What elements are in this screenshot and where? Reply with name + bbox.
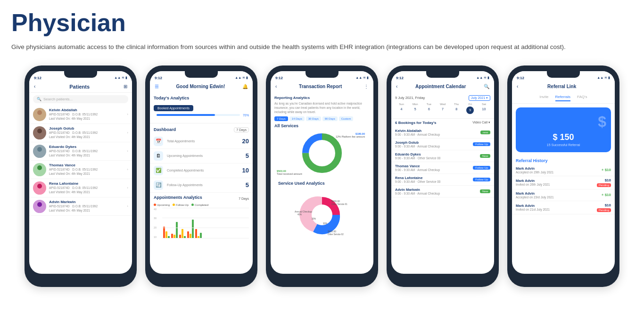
chart-legend: Upcoming Follow-Up Completed bbox=[154, 204, 249, 206]
cal-day-8[interactable]: 8 bbox=[450, 106, 463, 114]
status-time-2: 9:12 bbox=[155, 76, 162, 80]
patient-item-6[interactable]: Advin Markwin APID-521874D D.O.B: 05/11/… bbox=[29, 197, 132, 216]
menu-icon[interactable]: ☰ bbox=[155, 84, 159, 89]
stat-value-4: 5 bbox=[246, 181, 249, 188]
chevron-icon-6: › bbox=[127, 204, 128, 208]
cal-day-10[interactable]: 10 bbox=[478, 106, 490, 114]
filter-30days[interactable]: 30 Days bbox=[306, 116, 321, 121]
appt-days: 7 Days bbox=[239, 197, 249, 200]
svg-point-4 bbox=[37, 147, 42, 152]
history-date-1: Accepted on 29th July 2021 bbox=[516, 171, 553, 174]
search-box[interactable]: 🔍 Search patients... bbox=[33, 95, 128, 103]
video-call-select[interactable]: Video Call ▾ bbox=[472, 121, 490, 124]
patient-item-2[interactable]: Joseph Golub APID-521874D D.O.B: 05/11/1… bbox=[29, 124, 132, 142]
patient-name-5: Rena Lafontaine bbox=[49, 181, 124, 186]
back-button-5[interactable]: ‹ bbox=[517, 84, 518, 89]
chevron-icon-2: › bbox=[127, 131, 128, 135]
dollar-icon: $ bbox=[598, 113, 606, 131]
back-button-4[interactable]: ‹ bbox=[396, 84, 397, 89]
cal-day-9[interactable]: 9 bbox=[466, 106, 474, 114]
patient-info-6: Advin Markwin APID-521874D D.O.B: 05/11/… bbox=[49, 200, 124, 213]
booking-name-4: Thomas Vance bbox=[395, 164, 440, 168]
booking-name-2: Joseph Golub bbox=[395, 140, 440, 145]
svg-point-8 bbox=[37, 184, 42, 188]
cal-day-4[interactable]: 4 bbox=[395, 106, 408, 114]
appt-analytics: Appointments Analytics 7 Days Upcoming F… bbox=[150, 193, 253, 241]
patient-info-2: Joseph Golub APID-521874D D.O.B: 05/11/1… bbox=[49, 126, 124, 139]
followup-icon: 🔄 bbox=[154, 180, 163, 190]
stat-label-4: Follow-Up Appointments bbox=[167, 183, 242, 187]
booked-tab[interactable]: Booked Appointments bbox=[154, 105, 193, 111]
phone-transaction: 9:12 ▲▲ ≋ ▮ ‹ Transaction Report ⋮ Repor… bbox=[266, 65, 378, 287]
calendar-grid: Sun Mon Tue Wed Thu Fri Sat 4 5 6 7 8 9 … bbox=[395, 103, 490, 114]
cal-day-5[interactable]: 5 bbox=[409, 106, 421, 114]
patient-item-3[interactable]: Eduardo Dykes APID-521874D D.O.B: 05/11/… bbox=[29, 142, 132, 161]
status-time-5: 9:12 bbox=[517, 76, 524, 80]
legend-dot-completed bbox=[191, 204, 194, 206]
filter-row: 7 Days 14 Days 30 Days 90 Days Custom bbox=[274, 116, 370, 121]
greeting-text: Good Morning Edwin! bbox=[176, 84, 225, 89]
phone-dashboard: 9:12 ▲▲ ≋ ▮ ☰ Good Morning Edwin! 🔔 Toda… bbox=[145, 65, 257, 287]
booking-5[interactable]: Rena Lafontaine 9:00 - 9:30 AM · Other S… bbox=[391, 174, 494, 186]
svg-point-7 bbox=[35, 172, 44, 176]
booking-3[interactable]: Eduardo Dykes 9:00 - 9:30 AM · Other Ser… bbox=[391, 150, 494, 162]
service-analytics-title: Service Used Analytics bbox=[278, 181, 366, 186]
legend-completed: Completed bbox=[191, 204, 208, 206]
tab-invite[interactable]: Invite bbox=[539, 95, 548, 101]
phone-referral: 9:12 ▲▲ ≋ ▮ ‹ Referral Link Invite Refer… bbox=[507, 65, 619, 287]
booking-2[interactable]: Joseph Golub 9:00 - 9:30 AM · Annual Che… bbox=[391, 139, 494, 150]
phone-patients: 9:12 ▲▲ ≋ ▮ ‹ Patients ⊞ 🔍 Search patien… bbox=[25, 65, 137, 287]
cal-day-6[interactable]: 6 bbox=[422, 106, 435, 114]
avatar-1 bbox=[33, 108, 46, 121]
status-icons-4: ▲▲ ≋ ▮ bbox=[476, 76, 489, 80]
screen-referral: 9:12 ▲▲ ≋ ▮ ‹ Referral Link Invite Refer… bbox=[512, 71, 615, 274]
history-name-3: Mark Advin bbox=[516, 191, 554, 196]
filter-custom[interactable]: Custom bbox=[339, 116, 354, 121]
svg-text:Annual Checkup: Annual Checkup bbox=[295, 210, 312, 213]
booking-badge-4: Follow Up bbox=[473, 166, 490, 170]
patient-item-1[interactable]: Kelvin Abdallah APID-521874D D.O.B: 05/1… bbox=[29, 106, 132, 124]
page-description: Give physicians automatic access to the … bbox=[11, 42, 633, 52]
patient-name-1: Kelvin Abdallah bbox=[49, 108, 124, 112]
options-icon-3[interactable]: ⋮ bbox=[364, 84, 369, 89]
back-button-1[interactable]: ‹ bbox=[34, 84, 35, 89]
transaction-header: ‹ Transaction Report ⋮ bbox=[271, 80, 373, 93]
legend-upcoming: Upcoming bbox=[154, 204, 170, 206]
search-placeholder: Search patients... bbox=[43, 97, 73, 101]
svg-point-11 bbox=[35, 208, 44, 213]
history-name-1: Mark Advin bbox=[516, 166, 553, 171]
status-time-1: 9:12 bbox=[34, 76, 41, 80]
patient-info-3: Eduardo Dykes APID-521874D D.O.B: 05/11/… bbox=[49, 145, 124, 157]
patient-item-4[interactable]: Thomas Vance APID-521874D D.O.B: 05/11/1… bbox=[29, 161, 132, 179]
back-button-3[interactable]: ‹ bbox=[275, 84, 277, 89]
search-icon-cal[interactable]: 🔍 bbox=[484, 84, 489, 89]
screen-calendar: 9:12 ▲▲ ≋ ▮ ‹ Appointment Calendar 🔍 9 J… bbox=[391, 71, 494, 274]
patient-item-5[interactable]: Rena Lafontaine APID-521874D D.O.B: 05/1… bbox=[29, 179, 132, 197]
legend-dot-followup bbox=[173, 204, 175, 206]
tab-referrals[interactable]: Referrals bbox=[555, 95, 570, 101]
booking-time-4: 9:00 - 9:30 AM · Annual Checkup bbox=[395, 168, 440, 172]
bell-icon[interactable]: 🔔 bbox=[242, 84, 248, 89]
svg-point-6 bbox=[37, 165, 42, 170]
month-badge[interactable]: July 2021 ▾ bbox=[469, 95, 490, 101]
days-select[interactable]: 7 Days bbox=[234, 127, 249, 132]
history-badge-2: Pending bbox=[597, 183, 611, 187]
booking-1[interactable]: Kelvin Abdallah 9:00 - 9:30 AM · Annual … bbox=[391, 127, 494, 139]
filter-7days[interactable]: 7 Days bbox=[274, 116, 288, 121]
booking-4[interactable]: Thomas Vance 9:00 - 9:30 AM · Annual Che… bbox=[391, 162, 494, 174]
donut-chart bbox=[291, 132, 353, 174]
patient-details-1: APID-521874D D.O.B: 05/11/1992 Last Visi… bbox=[49, 112, 124, 121]
svg-point-10 bbox=[37, 202, 42, 207]
history-amount-4: $10 bbox=[605, 203, 611, 207]
status-icons-2: ▲▲ ≋ ▮ bbox=[235, 76, 248, 80]
tab-faqs[interactable]: FAQ's bbox=[577, 95, 587, 101]
reporting-title: Reporting Analytics bbox=[274, 96, 370, 100]
filter-icon[interactable]: ⊞ bbox=[124, 84, 127, 89]
cal-day-7[interactable]: 7 bbox=[436, 106, 449, 114]
booking-6[interactable]: Advin Markwin 9:00 - 9:30 AM · Annual Ch… bbox=[391, 186, 494, 197]
phone-notch-3 bbox=[305, 71, 339, 78]
stat-value-2: 5 bbox=[246, 152, 249, 159]
booking-name-5: Rena Lafontaine bbox=[395, 176, 440, 180]
filter-90days[interactable]: 90 Days bbox=[322, 116, 338, 121]
filter-14days[interactable]: 14 Days bbox=[289, 116, 305, 121]
